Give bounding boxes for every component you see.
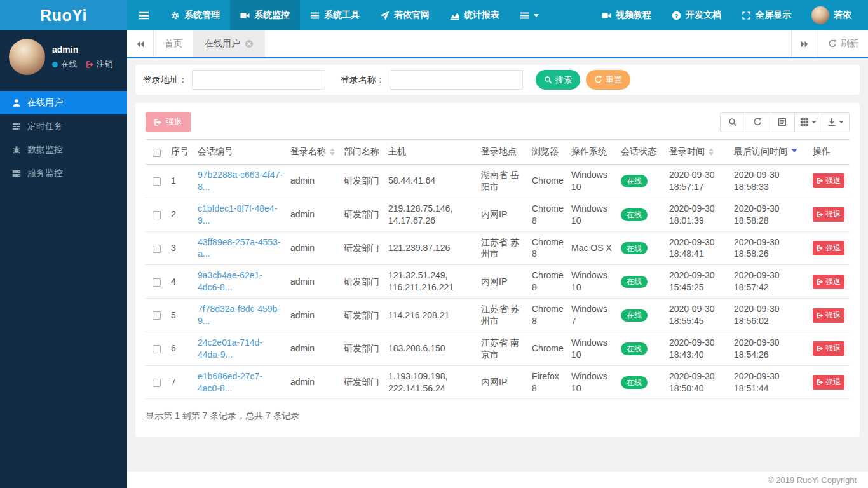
force-logout-button[interactable]: 强退 xyxy=(813,308,844,323)
login-address-input[interactable] xyxy=(192,70,325,90)
double-left-icon xyxy=(136,40,144,48)
col-login-time[interactable]: 登录时间 xyxy=(665,140,730,165)
session-link[interactable]: 43ff89e8-257a-4553-a... xyxy=(198,237,281,259)
session-link[interactable]: 9a3cb4ae-62e1-4dc6-8... xyxy=(198,270,262,292)
tab-online-users[interactable]: 在线用户 xyxy=(194,30,265,57)
nav-item-label: 系统监控 xyxy=(254,10,290,21)
row-checkbox[interactable] xyxy=(153,345,161,353)
cell-last-access-time: 2020-09-30 18:57:42 xyxy=(730,265,809,299)
session-link[interactable]: 7f78d32a-f8dc-459b-9... xyxy=(198,304,280,326)
scroll-tabs-right-button[interactable] xyxy=(791,30,818,57)
cell-last-access-time: 2020-09-30 18:56:02 xyxy=(730,299,809,332)
close-icon[interactable] xyxy=(245,39,254,48)
force-logout-button[interactable]: 强退 xyxy=(813,173,844,188)
topbar: RuoYi 系统管理系统监控系统工具若依官网统计报表 视频教程开发文档全屏显示若… xyxy=(0,0,868,30)
select-all-checkbox[interactable] xyxy=(153,149,161,157)
sidebar-item-online-users[interactable]: 在线用户 xyxy=(0,91,127,114)
force-logout-button[interactable]: 强退 xyxy=(813,375,844,390)
cell-host: 219.128.75.146, 14.17.67.26 xyxy=(384,198,477,231)
nav-item-ruoyi-site[interactable]: 若依官网 xyxy=(370,0,440,30)
cell-os: Windows 10 xyxy=(567,198,617,231)
col-label: 主机 xyxy=(388,146,406,156)
session-link[interactable]: 24c2e01a-714d-44da-9... xyxy=(198,337,262,360)
nav-item-stats-report[interactable]: 统计报表 xyxy=(440,0,510,30)
cell-last-access-time: 2020-09-30 18:54:26 xyxy=(730,332,809,365)
row-index: 5 xyxy=(167,299,194,332)
cell-login-name: admin xyxy=(287,165,340,198)
nav-item-dev-docs[interactable]: 开发文档 xyxy=(661,0,731,30)
cell-login-location: 江苏省 南京市 xyxy=(477,332,528,365)
row-index: 6 xyxy=(167,332,194,365)
force-logout-button[interactable]: 强退 xyxy=(813,241,844,255)
force-logout-button[interactable]: 强退 xyxy=(813,341,844,356)
status-badge: 在线 xyxy=(621,342,648,355)
cell-host: 58.44.41.64 xyxy=(384,165,477,198)
sidebar-toggle-button[interactable] xyxy=(127,0,160,30)
columns-button[interactable] xyxy=(794,112,822,132)
cell-browser: Chrome 8 xyxy=(528,231,567,265)
session-link[interactable]: 97b2288a-c663-4f47-8... xyxy=(198,170,283,192)
status-badge: 在线 xyxy=(621,208,648,220)
login-name-input[interactable] xyxy=(390,70,523,90)
question-icon xyxy=(672,11,681,20)
col-label: 会话状态 xyxy=(621,146,656,156)
row-checkbox[interactable] xyxy=(153,311,161,320)
row-checkbox[interactable] xyxy=(153,177,161,186)
login-address-label: 登录地址： xyxy=(143,74,187,86)
sign-out-icon xyxy=(817,245,824,252)
tab-home[interactable]: 首页 xyxy=(154,30,194,57)
col-label: 序号 xyxy=(171,146,189,156)
sidebar-item-scheduled-tasks[interactable]: 定时任务 xyxy=(0,114,127,138)
force-logout-button[interactable]: 强退 xyxy=(813,274,844,289)
row-checkbox[interactable] xyxy=(153,211,161,219)
export-button[interactable] xyxy=(822,112,850,132)
nav-item-system-manage[interactable]: 系统管理 xyxy=(160,0,230,30)
force-logout-button[interactable]: 强退 xyxy=(813,207,844,222)
col-last-access-time[interactable]: 最后访问时间 xyxy=(730,140,809,165)
refresh-tab-button[interactable]: 刷新 xyxy=(818,30,868,57)
cell-login-location: 内网IP xyxy=(477,365,528,399)
col-label: 最后访问时间 xyxy=(734,146,787,156)
nav-item-system-tools[interactable]: 系统工具 xyxy=(300,0,370,30)
cell-browser: Chrome xyxy=(528,332,567,365)
nav-item-profile[interactable]: 若依 xyxy=(801,0,862,30)
row-checkbox[interactable] xyxy=(153,379,161,387)
user-avatar[interactable] xyxy=(9,39,45,75)
download-icon xyxy=(827,118,836,126)
nav-item-video-tutorial[interactable]: 视频教程 xyxy=(592,0,661,30)
nav-item-more[interactable] xyxy=(510,0,549,30)
logout-link[interactable]: 注销 xyxy=(86,59,112,70)
search-icon xyxy=(728,118,737,126)
force-logout-batch-button[interactable]: 强退 xyxy=(146,112,191,132)
sort-icon xyxy=(709,146,714,158)
cell-dept-name: 研发部门 xyxy=(340,165,384,198)
logout-label: 注销 xyxy=(97,59,112,70)
reset-button[interactable]: 重置 xyxy=(586,70,630,90)
sort-icon xyxy=(791,149,797,156)
search-button[interactable]: 搜索 xyxy=(536,70,580,90)
sidebar-item-data-monitor[interactable]: 数据监控 xyxy=(0,138,127,161)
col-dept-name: 部门名称 xyxy=(340,140,384,165)
nav-item-label: 全屏显示 xyxy=(756,10,791,21)
col-login-name[interactable]: 登录名称 xyxy=(287,140,340,165)
sidebar-item-service-monitor[interactable]: 服务监控 xyxy=(0,161,127,185)
nav-item-label: 统计报表 xyxy=(464,10,499,21)
force-logout-label: 强退 xyxy=(825,310,841,321)
row-checkbox[interactable] xyxy=(153,245,161,253)
nav-item-fullscreen[interactable]: 全屏显示 xyxy=(731,0,801,30)
scroll-tabs-left-button[interactable] xyxy=(127,30,154,57)
cell-dept-name: 研发部门 xyxy=(340,198,384,231)
session-link[interactable]: e1b686ed-27c7-4ac0-8... xyxy=(198,371,262,393)
detail-view-button[interactable] xyxy=(770,112,795,132)
cell-browser: Chrome 8 xyxy=(528,198,567,231)
refresh-table-button[interactable] xyxy=(745,112,770,132)
session-link[interactable]: c1bfdec1-8f7f-48e4-9... xyxy=(198,203,277,226)
chart-icon xyxy=(450,11,459,20)
table-panel: 强退 序号会话编号登录名称部门名称主机登录地点浏览器操作系统会话状态登录时间最后… xyxy=(135,103,860,437)
nav-item-system-monitor[interactable]: 系统监控 xyxy=(230,0,300,30)
cell-login-time: 2020-09-30 18:55:45 xyxy=(665,299,730,332)
cell-os: Windows 10 xyxy=(567,265,617,299)
app-logo[interactable]: RuoYi xyxy=(0,0,127,30)
search-toggle-button[interactable] xyxy=(720,112,745,132)
row-checkbox[interactable] xyxy=(153,278,161,287)
